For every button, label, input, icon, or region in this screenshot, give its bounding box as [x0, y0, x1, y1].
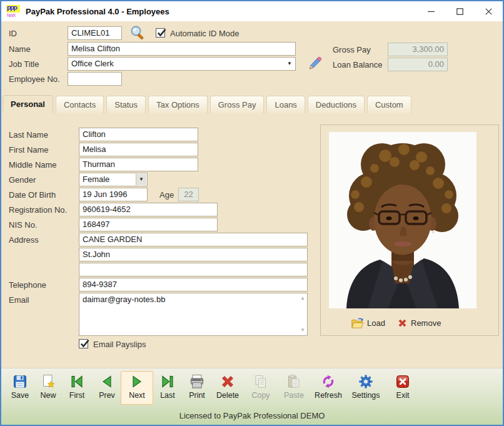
next-record-icon	[129, 373, 145, 390]
scroll-down-icon[interactable]: ▼	[300, 328, 305, 333]
next-button[interactable]: Next	[121, 371, 153, 405]
paste-button: Paste	[278, 371, 310, 405]
tab-gross-pay[interactable]: Gross Pay	[210, 96, 265, 113]
last-name-input[interactable]: Clifton	[79, 128, 198, 141]
registration-input[interactable]: 960619-4652	[79, 203, 218, 216]
copy-icon	[253, 373, 269, 390]
window-title: PayPak Professional 4.0 - Employees	[26, 7, 169, 16]
chevron-down-icon[interactable]: ▼	[285, 58, 295, 69]
first-name-input[interactable]: Melisa	[79, 143, 198, 156]
job-title-label: Job Title	[9, 59, 39, 69]
address-line3-input[interactable]	[79, 263, 308, 276]
name-input[interactable]: Melisa Clifton	[68, 42, 296, 56]
last-button[interactable]: Last	[151, 371, 184, 405]
red-x-icon	[397, 318, 408, 328]
remove-button[interactable]: Remove	[397, 316, 441, 330]
license-text: Licensed to PayPak Professional DEMO	[179, 411, 325, 420]
edit-pencil-icon[interactable]	[307, 56, 322, 71]
last-name-label: Last Name	[9, 130, 48, 139]
minimize-button[interactable]	[416, 1, 445, 21]
tab-deductions[interactable]: Deductions	[308, 96, 365, 113]
loan-balance-label: Loan Balance	[333, 60, 383, 69]
tab-personal[interactable]: Personal	[3, 95, 53, 113]
title-bar: PPP NWX PayPak Professional 4.0 - Employ…	[1, 1, 503, 21]
close-button[interactable]	[474, 1, 503, 21]
paste-icon	[286, 373, 302, 390]
address-line1-input[interactable]: CANE GARDEN	[79, 233, 308, 246]
app-logo-icon: PPP NWX	[6, 5, 21, 18]
first-record-icon	[69, 373, 85, 390]
app-window: PPP NWX PayPak Professional 4.0 - Employ…	[0, 0, 504, 426]
delete-icon	[219, 373, 236, 390]
age-field: 22	[178, 188, 199, 201]
new-button[interactable]: New	[32, 371, 64, 405]
tab-loans[interactable]: Loans	[266, 96, 305, 113]
gender-combo[interactable]: Female ▼	[79, 173, 148, 186]
toolbar: Save New First Prev Ne	[1, 368, 503, 406]
registration-label: Registration No.	[9, 205, 67, 215]
gross-pay-label: Gross Pay	[333, 45, 371, 54]
email-payslips-checkbox[interactable]	[79, 339, 88, 348]
print-button[interactable]: Print	[181, 371, 213, 405]
employee-photo	[329, 132, 476, 308]
employee-no-input[interactable]	[68, 72, 122, 86]
prev-record-icon	[99, 373, 115, 390]
name-label: Name	[9, 44, 31, 54]
prev-button[interactable]: Prev	[91, 371, 123, 405]
status-bar: Licensed to PayPak Professional DEMO	[1, 406, 503, 425]
employee-no-label: Employee No.	[9, 74, 60, 84]
gross-pay-field: 3,300.00	[388, 43, 448, 56]
settings-button[interactable]: Settings	[350, 371, 382, 405]
dob-label: Date Of Birth	[9, 190, 56, 200]
load-button[interactable]: Load	[350, 316, 385, 330]
id-label: ID	[9, 29, 17, 38]
gender-label: Gender	[9, 175, 36, 185]
svg-text:NWX: NWX	[7, 13, 16, 18]
auto-id-checkbox[interactable]	[156, 28, 165, 38]
nis-label: NIS No.	[9, 220, 38, 230]
middle-name-input[interactable]: Thurman	[79, 158, 198, 171]
exit-icon	[395, 373, 411, 390]
tab-status[interactable]: Status	[106, 96, 146, 113]
tab-tax-options[interactable]: Tax Options	[148, 96, 208, 113]
address-label: Address	[9, 235, 39, 245]
print-icon	[189, 373, 205, 390]
job-title-combo[interactable]: Office Clerk ▼	[68, 57, 296, 71]
email-textarea[interactable]: daimar@gray-notes.bb ▲ ▼	[79, 293, 308, 336]
id-input[interactable]: CLIMEL01	[68, 26, 122, 40]
auto-id-label: Automatic ID Mode	[170, 29, 239, 38]
dob-input[interactable]: 19 Jun 1996	[79, 188, 148, 201]
open-folder-icon	[350, 317, 364, 329]
telephone-label: Telephone	[9, 280, 46, 290]
save-icon	[12, 373, 28, 390]
first-button[interactable]: First	[61, 371, 93, 405]
middle-name-label: Middle Name	[9, 160, 57, 170]
tab-strip: Personal Contacts Status Tax Options Gro…	[3, 95, 411, 113]
scroll-up-icon[interactable]: ▲	[300, 296, 305, 301]
last-record-icon	[159, 373, 176, 390]
refresh-icon	[320, 373, 336, 390]
exit-button[interactable]: Exit	[386, 371, 419, 405]
maximize-button[interactable]	[445, 1, 474, 21]
first-name-label: First Name	[9, 145, 49, 155]
loan-balance-field: 0.00	[388, 58, 448, 71]
address-line2-input[interactable]: St.John	[79, 248, 308, 261]
chevron-down-icon[interactable]: ▼	[136, 174, 146, 185]
email-label: Email	[9, 295, 29, 305]
age-label: Age	[159, 190, 174, 200]
refresh-button[interactable]: Refresh	[312, 371, 345, 405]
gear-icon	[358, 373, 374, 390]
new-icon	[40, 373, 56, 390]
tab-custom[interactable]: Custom	[367, 96, 411, 113]
copy-button: Copy	[244, 371, 277, 405]
delete-button[interactable]: Delete	[211, 371, 244, 405]
svg-text:PPP: PPP	[7, 6, 18, 13]
nis-input[interactable]: 168497	[79, 218, 218, 231]
telephone-input[interactable]: 894-9387	[79, 278, 308, 292]
email-payslips-label: Email Payslips	[93, 340, 146, 349]
search-icon[interactable]	[129, 24, 146, 42]
tab-contacts[interactable]: Contacts	[56, 96, 104, 113]
